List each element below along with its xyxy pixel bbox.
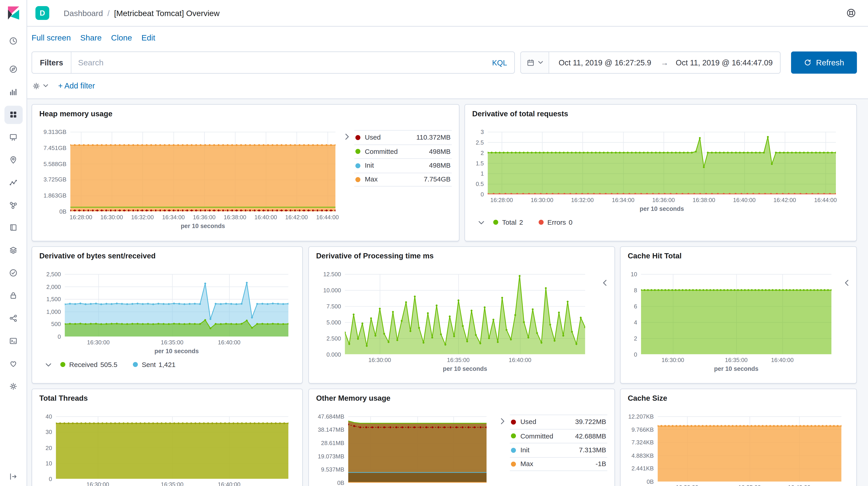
sidebar-item-stack-monitoring[interactable] bbox=[9, 359, 18, 368]
y-axis-label: 0 bbox=[634, 351, 637, 358]
total-threads-chart[interactable]: 40302010016:30:0016:35:0016:40:00per 10 … bbox=[39, 416, 295, 486]
y-axis-label: 28.61MB bbox=[321, 439, 344, 446]
search-input[interactable] bbox=[71, 58, 485, 67]
sidebar-item-graph[interactable] bbox=[9, 201, 18, 210]
share-button[interactable]: Share bbox=[80, 33, 102, 42]
sidebar-item-siem[interactable] bbox=[9, 291, 18, 300]
filters-button[interactable]: Filters bbox=[32, 52, 71, 73]
panel-title: Derivative of total requests bbox=[465, 104, 857, 118]
legend-item[interactable]: Received505.5 bbox=[60, 361, 118, 368]
cache-hit-chart[interactable]: 108642016:30:0016:35:0016:40:00per 10 se… bbox=[628, 274, 849, 372]
breadcrumb-dashboard-link[interactable]: Dashboard bbox=[64, 9, 103, 18]
full-screen-button[interactable]: Full screen bbox=[31, 33, 71, 42]
legend-item[interactable]: Committed498MB bbox=[354, 144, 452, 158]
chevron-left-icon bbox=[843, 279, 850, 286]
cache-size-chart[interactable]: 12.207KB9.766KB7.324KB4.883KB2.441KB0B16… bbox=[628, 416, 849, 486]
y-axis-label: 2.500 bbox=[327, 335, 341, 341]
sidebar-item-uptime[interactable] bbox=[9, 269, 18, 277]
legend-series-label: Sent bbox=[142, 361, 156, 368]
refresh-icon bbox=[804, 59, 811, 66]
y-axis-label: 2.441KB bbox=[631, 465, 654, 472]
heap-memory-chart[interactable]: 9.313GB7.451GB5.588GB3.725GB1.863GB0B16:… bbox=[39, 132, 343, 229]
legend-expand-button[interactable] bbox=[843, 279, 850, 286]
share-nodes-icon bbox=[9, 314, 18, 323]
date-quick-select-button[interactable] bbox=[521, 52, 549, 73]
chart-canvas bbox=[345, 274, 585, 354]
sidebar-item-discover[interactable] bbox=[9, 65, 18, 73]
kibana-app: D Dashboard / [Metricbeat Tomcat] Overvi… bbox=[0, 0, 868, 486]
kibana-logo-icon[interactable] bbox=[6, 5, 21, 20]
sidebar-item-dev-tools[interactable] bbox=[9, 336, 18, 345]
sidebar-item-dashboard[interactable] bbox=[9, 110, 18, 119]
x-axis-title: per 10 seconds bbox=[641, 365, 832, 372]
kql-toggle-button[interactable]: KQL bbox=[485, 58, 514, 67]
sidebar-item-machine-learning[interactable] bbox=[9, 178, 18, 187]
sidebar-item-management[interactable] bbox=[9, 382, 18, 391]
legend-collapse-button[interactable] bbox=[499, 418, 506, 425]
edit-button[interactable]: Edit bbox=[142, 33, 155, 42]
legend-item[interactable]: Committed42.688MB bbox=[510, 429, 607, 443]
legend-item[interactable]: Used39.722MB bbox=[510, 415, 607, 428]
chart-canvas bbox=[641, 274, 832, 354]
y-axis-label: 10 bbox=[45, 460, 52, 466]
chart-canvas bbox=[348, 416, 487, 483]
legend-item[interactable]: Total2 bbox=[493, 218, 523, 226]
legend-item[interactable]: Sent1,421 bbox=[133, 361, 176, 368]
y-axis-label: 1 bbox=[480, 170, 484, 177]
legend-item[interactable]: Max-1B bbox=[510, 457, 607, 471]
legend-item[interactable]: Max7.754GB bbox=[354, 173, 452, 186]
legend-item[interactable]: Init7.313MB bbox=[510, 443, 607, 457]
y-axis-label: 9.766KB bbox=[631, 426, 654, 433]
legend-series-label: Max bbox=[365, 176, 378, 183]
help-button[interactable] bbox=[846, 8, 856, 18]
sidebar-collapse-button[interactable] bbox=[9, 472, 18, 481]
sidebar-item-logs[interactable] bbox=[9, 223, 18, 232]
sidebar-item-metrics[interactable] bbox=[9, 246, 18, 254]
panel-total-threads: Total Threads 40302010016:30:0016:35:001… bbox=[31, 389, 303, 486]
legend-item[interactable]: Init498MB bbox=[354, 158, 452, 173]
space-badge[interactable]: D bbox=[35, 6, 49, 20]
chevron-right-icon bbox=[499, 418, 506, 425]
panel-title: Derivative of Processing time ms bbox=[309, 247, 614, 261]
add-filter-button[interactable]: + Add filter bbox=[58, 82, 95, 90]
sidebar-item-maps[interactable] bbox=[9, 155, 18, 164]
processing-time-chart[interactable]: 12.50010.0007.5005.0002.5000.00016:30:00… bbox=[316, 274, 607, 372]
legend: Used39.722MBCommitted42.688MBInit7.313MB… bbox=[510, 415, 607, 471]
notebook-icon bbox=[9, 223, 18, 232]
total-requests-chart[interactable]: 32.521.510.5016:28:0016:30:0016:32:0016:… bbox=[472, 132, 849, 212]
sidebar-item-visualize[interactable] bbox=[9, 88, 18, 96]
lock-icon bbox=[9, 291, 18, 300]
x-axis-label: 16:36:00 bbox=[652, 196, 675, 203]
chevron-left-icon bbox=[601, 279, 609, 286]
x-axis-label: 16:30:00 bbox=[661, 357, 684, 363]
chart-canvas bbox=[65, 274, 288, 336]
legend-expand-button[interactable] bbox=[601, 279, 609, 286]
legend-collapse-button[interactable] bbox=[343, 133, 350, 140]
filter-settings-button[interactable] bbox=[32, 82, 48, 90]
legend-item[interactable]: Used110.372MB bbox=[354, 130, 452, 144]
clone-button[interactable]: Clone bbox=[111, 33, 132, 42]
legend-series-label: Used bbox=[365, 133, 381, 141]
sidebar-item-recently-viewed[interactable] bbox=[9, 36, 18, 45]
sidebar-item-app-search[interactable] bbox=[9, 314, 18, 323]
help-ring-icon bbox=[846, 8, 856, 18]
legend-collapse-button[interactable] bbox=[478, 219, 485, 226]
bytes-sent-received-chart[interactable]: 2,5002,0001,5001,000500016:30:0016:35:00… bbox=[39, 274, 295, 354]
legend-series-dot bbox=[511, 420, 516, 424]
y-axis-label: 10.000 bbox=[323, 287, 341, 293]
legend-collapse-button[interactable] bbox=[45, 362, 52, 369]
x-axis-title: per 10 seconds bbox=[488, 206, 836, 212]
legend-series-label: Committed bbox=[521, 432, 553, 440]
x-axis-label: 16:40:00 bbox=[771, 357, 794, 363]
other-memory-chart[interactable]: 47.684MB38.147MB28.61MB19.073MB9.537MB0B… bbox=[316, 416, 499, 486]
filter-controls: + Add filter bbox=[32, 82, 95, 90]
legend-item[interactable]: Errors0 bbox=[538, 218, 572, 226]
date-range-start[interactable]: Oct 11, 2019 @ 16:27:25.9 bbox=[549, 58, 661, 67]
y-axis-label: 2,000 bbox=[46, 283, 61, 290]
sidebar-item-canvas[interactable] bbox=[9, 133, 18, 142]
y-axis-label: 12.207KB bbox=[628, 413, 654, 420]
date-range-end[interactable]: Oct 11, 2019 @ 16:44:47.09 bbox=[669, 58, 780, 67]
legend-series-label: Init bbox=[365, 162, 374, 170]
refresh-button[interactable]: Refresh bbox=[791, 52, 857, 74]
y-axis-label: 0B bbox=[59, 208, 66, 215]
